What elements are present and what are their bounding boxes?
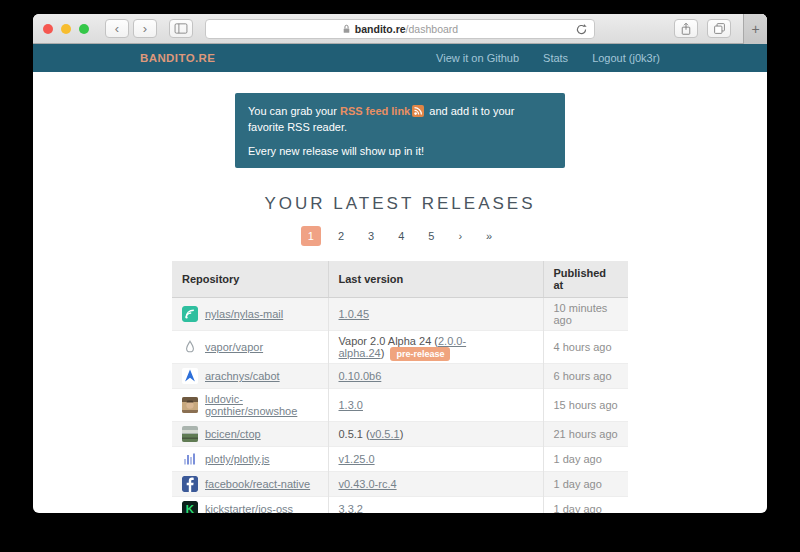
- refresh-button[interactable]: [575, 23, 588, 36]
- version-text: Vapor 2.0 Alpha 24 (: [339, 335, 438, 347]
- tabs-icon: [713, 22, 726, 35]
- pagination: 12345›»: [33, 226, 767, 246]
- rss-feed-link[interactable]: RSS feed link: [340, 105, 410, 117]
- version-cell: v0.43.0-rc.4: [328, 472, 543, 497]
- nav-link-logout[interactable]: Logout (j0k3r): [592, 52, 660, 64]
- table-row: facebook/react-nativev0.43.0-rc.41 day a…: [172, 472, 628, 497]
- table-header-row: Repository Last version Published at: [172, 261, 628, 298]
- browser-window: ‹ › bandito.re/dashboard + BA: [33, 14, 767, 513]
- repo-link[interactable]: ludovic-gonthier/snowshoe: [205, 393, 318, 417]
- version-link[interactable]: 1.0.45: [339, 308, 370, 320]
- version-cell: 1.3.0: [328, 389, 543, 422]
- version-link[interactable]: v0.5.1: [370, 428, 400, 440]
- share-button[interactable]: [674, 19, 698, 38]
- page-button-3[interactable]: 3: [361, 226, 381, 246]
- releases-table: Repository Last version Published at nyl…: [172, 261, 628, 513]
- snowshoe-avatar: [182, 397, 198, 413]
- version-link[interactable]: v0.43.0-rc.4: [339, 478, 397, 490]
- version-link[interactable]: 1.3.0: [339, 399, 363, 411]
- version-link[interactable]: 3.3.2: [339, 503, 363, 513]
- repo-link[interactable]: arachnys/cabot: [205, 370, 280, 382]
- next-page-button[interactable]: ›: [451, 226, 469, 246]
- published-at-cell: 21 hours ago: [543, 422, 628, 447]
- published-at-cell: 10 minutes ago: [543, 298, 628, 331]
- last-page-button[interactable]: »: [479, 226, 499, 246]
- repository-cell: plotly/plotly.js: [172, 447, 328, 472]
- published-at-cell: 1 day ago: [543, 497, 628, 514]
- table-row: plotly/plotly.jsv1.25.01 day ago: [172, 447, 628, 472]
- repo-link[interactable]: bcicen/ctop: [205, 428, 261, 440]
- version-link[interactable]: 0.10.0b6: [339, 370, 382, 382]
- page-title: YOUR LATEST RELEASES: [33, 194, 767, 214]
- url-host: bandito.re: [355, 23, 406, 35]
- brand-logo[interactable]: BANDITO.RE: [140, 52, 215, 64]
- pre-release-badge: pre-release: [390, 347, 450, 361]
- table-row: ludovic-gonthier/snowshoe1.3.015 hours a…: [172, 389, 628, 422]
- nylas-logo: [182, 306, 198, 322]
- published-at-cell: 6 hours ago: [543, 364, 628, 389]
- page-button-1[interactable]: 1: [301, 226, 321, 246]
- window-controls: [43, 24, 89, 34]
- table-row: bcicen/ctop0.5.1 (v0.5.1)21 hours ago: [172, 422, 628, 447]
- repo-link[interactable]: plotly/plotly.js: [205, 453, 270, 465]
- repo-link[interactable]: kickstarter/ios-oss: [205, 503, 293, 513]
- table-row: arachnys/cabot0.10.0b66 hours ago: [172, 364, 628, 389]
- repo-link[interactable]: facebook/react-native: [205, 478, 310, 490]
- repo-link[interactable]: vapor/vapor: [205, 341, 263, 353]
- published-at-cell: 1 day ago: [543, 447, 628, 472]
- url-path: /dashboard: [406, 23, 459, 35]
- version-text: 0.5.1 (: [339, 428, 370, 440]
- table-row: nylas/nylas-mail1.0.4510 minutes ago: [172, 298, 628, 331]
- vapor-logo: [182, 339, 198, 355]
- cabot-logo: [182, 368, 198, 384]
- kickstarter-logo: K: [182, 501, 198, 513]
- version-cell: 0.5.1 (v0.5.1): [328, 422, 543, 447]
- page-button-5[interactable]: 5: [421, 226, 441, 246]
- rss-notice-line2: Every new release will show up in it!: [248, 144, 552, 158]
- nav-link-stats[interactable]: Stats: [543, 52, 568, 64]
- published-at-cell: 1 day ago: [543, 472, 628, 497]
- page-button-2[interactable]: 2: [331, 226, 351, 246]
- new-tab-button[interactable]: +: [743, 14, 767, 44]
- show-tabs-button[interactable]: [707, 19, 731, 38]
- repository-cell: arachnys/cabot: [172, 364, 328, 389]
- plotly-logo: [182, 451, 198, 467]
- version-cell: 1.0.45: [328, 298, 543, 331]
- repository-cell: facebook/react-native: [172, 472, 328, 497]
- address-bar[interactable]: bandito.re/dashboard: [205, 19, 595, 39]
- version-cell: 3.3.2: [328, 497, 543, 514]
- version-text: ): [400, 428, 404, 440]
- version-link[interactable]: v1.25.0: [339, 453, 375, 465]
- rss-icon[interactable]: [412, 105, 424, 120]
- column-header-last-version: Last version: [328, 261, 543, 298]
- svg-text:K: K: [186, 503, 195, 513]
- sidebar-toggle-button[interactable]: [169, 19, 193, 38]
- version-text: ): [381, 347, 385, 359]
- browser-chrome: ‹ › bandito.re/dashboard +: [33, 14, 767, 44]
- forward-button[interactable]: ›: [133, 19, 157, 38]
- close-window-button[interactable]: [43, 24, 53, 34]
- facebook-logo: [182, 476, 198, 492]
- published-at-cell: 15 hours ago: [543, 389, 628, 422]
- zoom-window-button[interactable]: [79, 24, 89, 34]
- ctop-avatar: [182, 426, 198, 442]
- minimize-window-button[interactable]: [61, 24, 71, 34]
- nav-link-github[interactable]: View it on Github: [436, 52, 519, 64]
- repository-cell: vapor/vapor: [172, 331, 328, 364]
- repository-cell: nylas/nylas-mail: [172, 298, 328, 331]
- rss-notice-line1: You can grab your RSS feed link and add …: [248, 104, 552, 134]
- rss-notice: You can grab your RSS feed link and add …: [235, 93, 565, 168]
- repository-cell: bcicen/ctop: [172, 422, 328, 447]
- version-cell: Vapor 2.0 Alpha 24 (2.0.0-alpha.24)pre-r…: [328, 331, 543, 364]
- repository-cell: ludovic-gonthier/snowshoe: [172, 389, 328, 422]
- repo-link[interactable]: nylas/nylas-mail: [205, 308, 283, 320]
- table-row: Kkickstarter/ios-oss3.3.21 day ago: [172, 497, 628, 514]
- version-cell: v1.25.0: [328, 447, 543, 472]
- share-icon: [680, 22, 692, 36]
- page-button-4[interactable]: 4: [391, 226, 411, 246]
- published-at-cell: 4 hours ago: [543, 331, 628, 364]
- back-button[interactable]: ‹: [105, 19, 129, 38]
- lock-icon: [342, 24, 351, 34]
- site-navbar: BANDITO.RE View it on Github Stats Logou…: [33, 44, 767, 72]
- sidebar-icon: [174, 23, 188, 34]
